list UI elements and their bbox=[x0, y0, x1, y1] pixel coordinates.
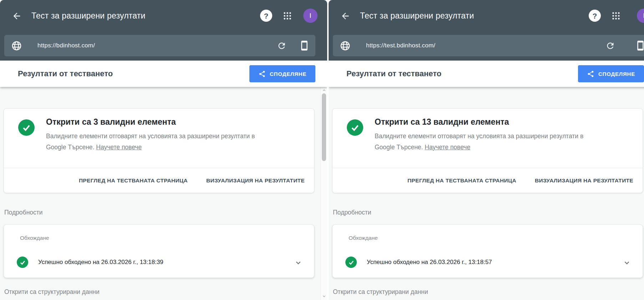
crawl-status-text: Успешно обходено на 26.03.2026 г., 13:18… bbox=[367, 251, 492, 273]
app-header: Тест за разширени резултати ? I bbox=[0, 0, 327, 61]
app-header: Тест за разширени резултати ? I bbox=[329, 0, 644, 61]
learn-more-link[interactable]: Научете повече bbox=[425, 144, 470, 151]
url-text: https://bdinhost.com/ bbox=[37, 35, 95, 56]
avatar[interactable]: I bbox=[637, 9, 644, 23]
view-tested-page-button[interactable]: ПРЕГЛЕД НА ТЕСТВАНАТА СТРАНИЦА bbox=[407, 177, 516, 184]
globe-icon bbox=[11, 40, 22, 51]
results-header: Резултати от тестването СПОДЕЛЯНЕ bbox=[0, 61, 327, 87]
help-icon: ? bbox=[593, 12, 597, 20]
result-card-title: Открити са 3 валидни елемента bbox=[46, 117, 176, 127]
app-title: Тест за разширени резултати bbox=[31, 0, 146, 31]
result-card-description: Валидните елементи отговарят на условият… bbox=[46, 131, 255, 153]
url-bar[interactable]: https://test.bdinhost.com/ bbox=[333, 35, 644, 56]
result-card-title: Открити са 13 валидни елемента bbox=[375, 117, 509, 127]
panel-right: Тест за разширени резултати ? I bbox=[329, 0, 644, 300]
crawl-success-check-icon bbox=[17, 257, 28, 268]
share-icon bbox=[587, 70, 594, 78]
viewport-right: Тест за разширени резултати ? I bbox=[329, 0, 644, 300]
smartphone-button[interactable] bbox=[299, 40, 310, 51]
description-line1: Валидните елементи отговарят на условият… bbox=[375, 133, 583, 140]
smartphone-button[interactable] bbox=[635, 40, 644, 51]
panel-left: Тест за разширени резултати ? I bbox=[0, 0, 327, 300]
scrollbar-track[interactable] bbox=[320, 87, 327, 300]
description-line2: Google Търсене. bbox=[46, 144, 94, 151]
back-button[interactable] bbox=[10, 9, 24, 23]
chevron-down-icon[interactable] bbox=[622, 258, 632, 267]
view-results-button[interactable]: ВИЗУАЛИЗАЦИЯ НА РЕЗУЛТАТИТЕ bbox=[206, 177, 305, 184]
chevron-down-icon[interactable] bbox=[294, 258, 303, 267]
success-check-icon bbox=[347, 119, 363, 136]
description-line1: Валидните елементи отговарят на условият… bbox=[46, 133, 255, 140]
share-button[interactable]: СПОДЕЛЯНЕ bbox=[578, 65, 644, 82]
apps-grid-icon bbox=[611, 11, 621, 21]
structured-data-section-label: Открити са структурирани данни bbox=[333, 288, 428, 296]
apps-grid-button[interactable] bbox=[611, 11, 621, 21]
result-card-description: Валидните елементи отговарят на условият… bbox=[375, 131, 583, 153]
description-line2: Google Търсене. bbox=[375, 144, 423, 151]
result-card: Открити са 3 валидни елемента Валидните … bbox=[4, 108, 314, 193]
reload-button[interactable] bbox=[277, 41, 286, 51]
viewport-left: Тест за разширени резултати ? I bbox=[0, 0, 327, 300]
crawl-success-check-icon bbox=[345, 257, 357, 268]
scrollbar-down-icon[interactable] bbox=[322, 294, 326, 299]
url-text: https://test.bdinhost.com/ bbox=[366, 35, 435, 56]
back-button[interactable] bbox=[339, 9, 352, 23]
crawl-status-row[interactable]: Успешно обходено на 26.03.2026 г., 13:18… bbox=[4, 251, 314, 273]
results-header: Резултати от тестването СПОДЕЛЯНЕ bbox=[329, 61, 644, 87]
help-button[interactable]: ? bbox=[260, 10, 272, 22]
share-icon bbox=[258, 70, 266, 78]
arrow-left-icon bbox=[12, 11, 22, 21]
avatar[interactable]: I bbox=[303, 9, 318, 23]
structured-data-section-label: Открити са структурирани данни bbox=[4, 288, 100, 296]
view-results-button[interactable]: ВИЗУАЛИЗАЦИЯ НА РЕЗУЛТАТИТЕ bbox=[535, 177, 633, 184]
details-section-label: Подробности bbox=[333, 209, 371, 216]
crawl-card-label: Обхождане bbox=[20, 235, 49, 241]
crawl-card-label: Обхождане bbox=[349, 235, 378, 241]
result-card-actions: ПРЕГЛЕД НА ТЕСТВАНАТА СТРАНИЦА ВИЗУАЛИЗА… bbox=[4, 168, 314, 193]
crawl-status-text: Успешно обходено на 26.03.2026 г., 13:18… bbox=[38, 251, 163, 273]
arrow-left-icon bbox=[340, 11, 350, 21]
crawl-status-row[interactable]: Успешно обходено на 26.03.2026 г., 13:18… bbox=[333, 251, 643, 273]
apps-grid-button[interactable] bbox=[283, 11, 292, 21]
app-title: Тест за разширени резултати bbox=[360, 0, 474, 31]
results-title: Резултати от тестването bbox=[346, 61, 441, 87]
help-icon: ? bbox=[264, 12, 269, 20]
reload-button[interactable] bbox=[605, 41, 615, 51]
success-check-icon bbox=[18, 119, 35, 136]
scrollbar-up-icon[interactable] bbox=[322, 88, 326, 93]
url-bar[interactable]: https://bdinhost.com/ bbox=[4, 35, 315, 56]
results-title: Резултати от тестването bbox=[18, 61, 113, 87]
globe-icon bbox=[340, 40, 351, 51]
share-button[interactable]: СПОДЕЛЯНЕ bbox=[249, 65, 315, 82]
apps-grid-icon bbox=[283, 11, 292, 21]
share-label: СПОДЕЛЯНЕ bbox=[598, 71, 635, 77]
scrollbar-thumb[interactable] bbox=[322, 93, 326, 161]
help-button[interactable]: ? bbox=[589, 10, 601, 22]
share-label: СПОДЕЛЯНЕ bbox=[270, 71, 306, 77]
result-card-actions: ПРЕГЛЕД НА ТЕСТВАНАТА СТРАНИЦА ВИЗУАЛИЗА… bbox=[333, 168, 643, 193]
result-card: Открити са 13 валидни елемента Валидните… bbox=[332, 108, 643, 193]
view-tested-page-button[interactable]: ПРЕГЛЕД НА ТЕСТВАНАТА СТРАНИЦА bbox=[79, 177, 188, 184]
learn-more-link[interactable]: Научете повече bbox=[96, 144, 142, 151]
crawl-card: Обхождане Успешно обходено на 26.03.2026… bbox=[332, 224, 643, 278]
crawl-card: Обхождане Успешно обходено на 26.03.2026… bbox=[4, 224, 314, 278]
stage: Тест за разширени резултати ? I bbox=[0, 0, 644, 300]
details-section-label: Подробности bbox=[4, 209, 43, 216]
